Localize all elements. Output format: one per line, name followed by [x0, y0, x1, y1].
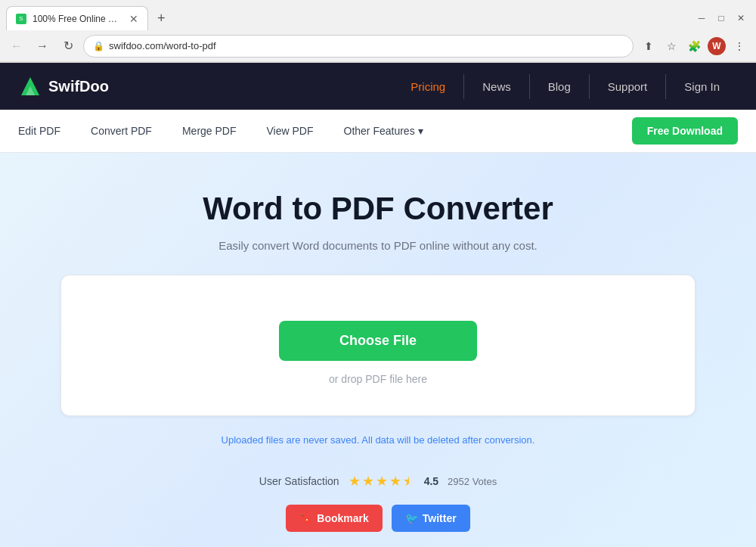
nav-item-signin[interactable]: Sign In [666, 74, 738, 99]
bookmark-icon: 🔖 [299, 512, 312, 524]
bookmark-label: Bookmark [317, 512, 368, 524]
browser-chrome: S 100% Free Online Word to PD… ✕ + ─ □ ✕… [0, 0, 756, 63]
free-download-button[interactable]: Free Download [632, 117, 738, 145]
drop-text: or drop PDF file here [91, 373, 665, 385]
tab-title: 100% Free Online Word to PD… [33, 14, 123, 24]
rating-label: User Satisfaction [259, 475, 339, 487]
site-nav: Pricing News Blog Support Sign In [392, 74, 738, 99]
logo-svg [18, 74, 42, 98]
twitter-button[interactable]: 🐦 Twitter [392, 505, 470, 532]
maximize-button[interactable]: □ [712, 9, 730, 27]
rating-section: User Satisfaction ★ ★ ★ ★ ★★ 4.5 2952 Vo… [30, 461, 726, 505]
secondary-nav: Edit PDF Convert PDF Merge PDF View PDF … [0, 110, 756, 153]
star-1: ★ [349, 473, 361, 490]
privacy-highlight: All data will be deleted after conversio… [361, 434, 534, 446]
privacy-note: Uploaded files are never saved. All data… [30, 434, 726, 461]
hero-section: Word to PDF Converter Easily convert Wor… [0, 153, 756, 547]
hero-subtitle: Easily convert Word documents to PDF onl… [30, 239, 726, 252]
bookmark-button[interactable]: 🔖 Bookmark [286, 505, 382, 532]
minimize-button[interactable]: ─ [692, 9, 711, 27]
star-3: ★ [376, 473, 388, 490]
nav-item-support[interactable]: Support [590, 74, 667, 99]
page-content: SwifDoo Pricing News Blog Support Sign I… [0, 63, 756, 547]
star-2: ★ [362, 473, 374, 490]
site-logo[interactable]: SwifDoo [18, 74, 109, 98]
star-rating: ★ ★ ★ ★ ★★ [349, 473, 415, 490]
sec-nav-convert-pdf[interactable]: Convert PDF [91, 125, 152, 137]
tab-close-button[interactable]: ✕ [129, 13, 138, 25]
toolbar-icons: ⬆ ☆ 🧩 W ⋮ [638, 36, 750, 57]
sec-nav-other-features[interactable]: Other Features ▾ [344, 125, 423, 137]
sec-nav-merge-pdf[interactable]: Merge PDF [182, 125, 237, 137]
address-bar[interactable]: 🔒 swifdoo.com/word-to-pdf [83, 35, 634, 57]
menu-icon[interactable]: ⋮ [729, 36, 750, 57]
sec-nav-view-pdf[interactable]: View PDF [267, 125, 314, 137]
star-4: ★ [389, 473, 401, 490]
refresh-button[interactable]: ↻ [57, 36, 79, 57]
lock-icon: 🔒 [93, 41, 104, 51]
tab-bar: S 100% Free Online Word to PD… ✕ + ─ □ ✕ [0, 0, 756, 30]
profile-icon-button[interactable]: W [706, 36, 727, 57]
new-tab-button[interactable]: + [151, 8, 172, 30]
browser-toolbar: ← → ↻ 🔒 swifdoo.com/word-to-pdf ⬆ ☆ 🧩 W … [0, 30, 756, 62]
upload-box[interactable]: Choose File or drop PDF file here [60, 275, 696, 416]
window-controls: ─ □ ✕ [692, 9, 750, 27]
back-button[interactable]: ← [6, 36, 27, 57]
privacy-text: Uploaded files are never saved. [222, 434, 360, 446]
forward-button[interactable]: → [32, 36, 53, 57]
extensions-icon[interactable]: 🧩 [683, 36, 705, 57]
nav-item-news[interactable]: News [464, 74, 530, 99]
profile-avatar: W [708, 37, 726, 55]
rating-score: 4.5 [424, 475, 438, 487]
star-icon[interactable]: ☆ [661, 36, 682, 57]
twitter-icon: 🐦 [405, 512, 418, 524]
site-header: SwifDoo Pricing News Blog Support Sign I… [0, 63, 756, 110]
url-text: swifdoo.com/word-to-pdf [109, 40, 624, 51]
tab-favicon: S [16, 14, 26, 24]
choose-file-button[interactable]: Choose File [279, 321, 477, 361]
sec-nav-edit-pdf[interactable]: Edit PDF [18, 125, 60, 137]
rating-votes: 2952 Votes [448, 476, 497, 487]
social-buttons: 🔖 Bookmark 🐦 Twitter [30, 505, 726, 547]
active-tab[interactable]: S 100% Free Online Word to PD… ✕ [6, 6, 148, 30]
close-button[interactable]: ✕ [732, 9, 750, 27]
nav-item-pricing[interactable]: Pricing [392, 74, 464, 99]
star-5-half: ★★ [403, 473, 415, 490]
hero-title: Word to PDF Converter [30, 191, 726, 227]
logo-text: SwifDoo [48, 78, 109, 95]
nav-item-blog[interactable]: Blog [530, 74, 590, 99]
share-icon[interactable]: ⬆ [638, 36, 659, 57]
twitter-label: Twitter [423, 512, 457, 524]
